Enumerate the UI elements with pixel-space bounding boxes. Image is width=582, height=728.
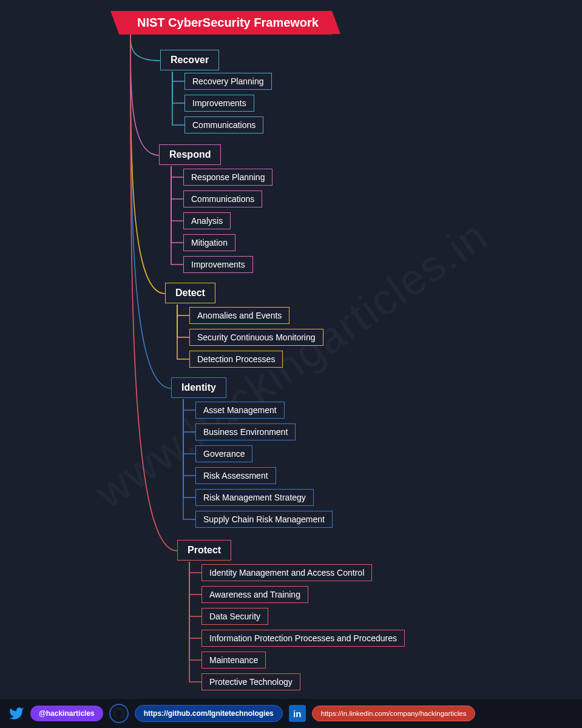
github-link[interactable]: https://github.com/Ignitetechnologies: [135, 705, 283, 722]
category-recover: Recover: [160, 50, 219, 70]
subcategory-recover-0: Recovery Planning: [184, 73, 272, 90]
subcategory-identity-3: Risk Assessment: [195, 467, 276, 484]
twitter-icon: [8, 706, 24, 721]
subcategory-respond-4: Improvements: [183, 256, 253, 273]
subcategory-identity-4: Risk Management Strategy: [195, 489, 314, 506]
subcategory-identity-1: Business Environment: [195, 423, 296, 440]
subcategory-protect-5: Protective Technology: [201, 673, 300, 690]
subcategory-recover-2: Communications: [184, 116, 263, 133]
subcategory-identity-5: Supply Chain Risk Management: [195, 511, 333, 528]
subcategory-detect-1: Security Continuous Monitoring: [189, 329, 323, 346]
subcategory-protect-3: Information Protection Processes and Pro…: [201, 630, 405, 647]
subcategory-detect-2: Detection Processes: [189, 351, 283, 368]
subcategory-respond-2: Analysis: [183, 212, 231, 229]
footer-bar: @hackinarticles https://github.com/Ignit…: [0, 699, 582, 728]
watermark-text: www.hackingarticles.in: [86, 210, 496, 518]
diagram-canvas: www.hackingarticles.in NIST CyberSecurit…: [0, 0, 582, 728]
subcategory-protect-0: Identity Management and Access Control: [201, 564, 372, 581]
subcategory-identity-2: Goverance: [195, 445, 252, 462]
subcategory-detect-0: Anomalies and Events: [189, 307, 289, 324]
diagram-title: NIST CyberSecurity Framework: [119, 11, 332, 35]
subcategory-protect-2: Data Security: [201, 608, 268, 625]
subcategory-protect-4: Maintenance: [201, 652, 266, 669]
connector-lines: [0, 0, 582, 728]
subcategory-respond-3: Mitigation: [183, 234, 235, 251]
twitter-handle[interactable]: @hackinarticles: [30, 706, 103, 721]
github-icon: [109, 704, 129, 723]
category-detect: Detect: [165, 283, 215, 303]
subcategory-respond-0: Response Planning: [183, 169, 272, 186]
category-protect: Protect: [177, 540, 231, 561]
linkedin-link[interactable]: https://in.linkedin.com/company/hackinga…: [312, 706, 476, 721]
category-respond: Respond: [159, 144, 221, 165]
category-identity: Identity: [171, 377, 226, 398]
linkedin-icon: in: [289, 705, 306, 722]
subcategory-protect-1: Awareness and Training: [201, 586, 308, 603]
subcategory-respond-1: Communications: [183, 190, 262, 207]
subcategory-identity-0: Asset Management: [195, 402, 285, 419]
subcategory-recover-1: Improvements: [184, 95, 254, 112]
